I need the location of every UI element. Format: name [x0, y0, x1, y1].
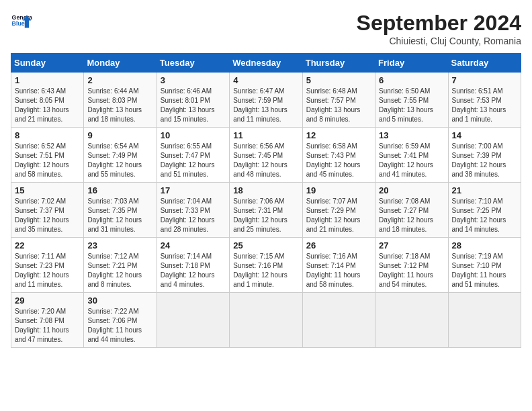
calendar-cell: 6Sunrise: 6:50 AM Sunset: 7:55 PM Daylig… — [375, 73, 448, 128]
calendar-cell: 2Sunrise: 6:44 AM Sunset: 8:03 PM Daylig… — [84, 73, 157, 128]
calendar-cell: 25Sunrise: 7:15 AM Sunset: 7:16 PM Dayli… — [230, 238, 302, 293]
calendar-subtitle: Chiuiesti, Cluj County, Romania — [357, 36, 521, 46]
day-number: 19 — [306, 185, 371, 195]
cell-info: Sunrise: 7:22 AM Sunset: 7:06 PM Dayligh… — [87, 307, 152, 345]
cell-info: Sunrise: 6:51 AM Sunset: 7:53 PM Dayligh… — [452, 87, 517, 124]
cell-info: Sunrise: 6:44 AM Sunset: 8:03 PM Dayligh… — [87, 87, 152, 124]
calendar-cell: 21Sunrise: 7:10 AM Sunset: 7:25 PM Dayli… — [448, 183, 521, 238]
week-row-1: 1Sunrise: 6:43 AM Sunset: 8:05 PM Daylig… — [11, 73, 521, 128]
calendar-cell: 1Sunrise: 6:43 AM Sunset: 8:05 PM Daylig… — [11, 73, 84, 128]
cell-info: Sunrise: 7:07 AM Sunset: 7:29 PM Dayligh… — [306, 197, 371, 234]
calendar-cell: 23Sunrise: 7:12 AM Sunset: 7:21 PM Dayli… — [84, 238, 157, 293]
cell-info: Sunrise: 7:14 AM Sunset: 7:18 PM Dayligh… — [161, 252, 226, 289]
cell-info: Sunrise: 7:08 AM Sunset: 7:27 PM Dayligh… — [379, 197, 444, 234]
day-number: 3 — [161, 75, 226, 85]
cell-info: Sunrise: 7:03 AM Sunset: 7:35 PM Dayligh… — [87, 197, 152, 234]
cell-info: Sunrise: 6:54 AM Sunset: 7:49 PM Dayligh… — [87, 142, 152, 179]
column-header-thursday: Thursday — [302, 54, 375, 73]
calendar-cell: 26Sunrise: 7:16 AM Sunset: 7:14 PM Dayli… — [302, 238, 375, 293]
cell-info: Sunrise: 6:52 AM Sunset: 7:51 PM Dayligh… — [15, 142, 80, 179]
calendar-cell — [375, 293, 448, 348]
column-header-monday: Monday — [84, 54, 157, 73]
column-header-tuesday: Tuesday — [157, 54, 229, 73]
calendar-cell: 12Sunrise: 6:58 AM Sunset: 7:43 PM Dayli… — [302, 128, 375, 183]
cell-info: Sunrise: 7:04 AM Sunset: 7:33 PM Dayligh… — [161, 197, 226, 234]
cell-info: Sunrise: 7:12 AM Sunset: 7:21 PM Dayligh… — [87, 252, 152, 289]
week-row-5: 29Sunrise: 7:20 AM Sunset: 7:08 PM Dayli… — [11, 293, 521, 348]
calendar-cell: 5Sunrise: 6:48 AM Sunset: 7:57 PM Daylig… — [302, 73, 375, 128]
cell-info: Sunrise: 7:02 AM Sunset: 7:37 PM Dayligh… — [15, 197, 80, 234]
calendar-cell: 24Sunrise: 7:14 AM Sunset: 7:18 PM Dayli… — [157, 238, 229, 293]
calendar-cell: 19Sunrise: 7:07 AM Sunset: 7:29 PM Dayli… — [302, 183, 375, 238]
calendar-cell: 7Sunrise: 6:51 AM Sunset: 7:53 PM Daylig… — [448, 73, 521, 128]
day-number: 20 — [379, 185, 444, 195]
day-number: 13 — [379, 130, 444, 140]
day-number: 11 — [233, 130, 298, 140]
calendar-cell: 8Sunrise: 6:52 AM Sunset: 7:51 PM Daylig… — [11, 128, 84, 183]
svg-text:Blue: Blue — [12, 20, 25, 27]
cell-info: Sunrise: 7:11 AM Sunset: 7:23 PM Dayligh… — [15, 252, 80, 289]
calendar-cell: 27Sunrise: 7:18 AM Sunset: 7:12 PM Dayli… — [375, 238, 448, 293]
day-number: 18 — [233, 185, 298, 195]
column-header-friday: Friday — [375, 54, 448, 73]
calendar-cell — [448, 293, 521, 348]
calendar-table: SundayMondayTuesdayWednesdayThursdayFrid… — [11, 53, 521, 348]
cell-info: Sunrise: 6:47 AM Sunset: 7:59 PM Dayligh… — [233, 87, 298, 124]
calendar-cell: 10Sunrise: 6:55 AM Sunset: 7:47 PM Dayli… — [157, 128, 229, 183]
day-number: 28 — [452, 240, 517, 250]
calendar-cell: 29Sunrise: 7:20 AM Sunset: 7:08 PM Dayli… — [11, 293, 84, 348]
calendar-cell: 9Sunrise: 6:54 AM Sunset: 7:49 PM Daylig… — [84, 128, 157, 183]
calendar-cell: 4Sunrise: 6:47 AM Sunset: 7:59 PM Daylig… — [230, 73, 302, 128]
header: General Blue September 2024 Chiuiesti, C… — [11, 11, 521, 46]
day-number: 2 — [87, 75, 152, 85]
column-header-sunday: Sunday — [11, 54, 84, 73]
cell-info: Sunrise: 6:50 AM Sunset: 7:55 PM Dayligh… — [379, 87, 444, 124]
cell-info: Sunrise: 7:19 AM Sunset: 7:10 PM Dayligh… — [452, 252, 517, 289]
cell-info: Sunrise: 6:59 AM Sunset: 7:41 PM Dayligh… — [379, 142, 444, 179]
day-number: 24 — [161, 240, 226, 250]
day-number: 8 — [15, 130, 80, 140]
day-number: 16 — [87, 185, 152, 195]
cell-info: Sunrise: 6:55 AM Sunset: 7:47 PM Dayligh… — [161, 142, 226, 179]
day-number: 21 — [452, 185, 517, 195]
day-number: 17 — [161, 185, 226, 195]
cell-info: Sunrise: 6:43 AM Sunset: 8:05 PM Dayligh… — [15, 87, 80, 124]
day-number: 7 — [452, 75, 517, 85]
day-number: 12 — [306, 130, 371, 140]
cell-info: Sunrise: 7:18 AM Sunset: 7:12 PM Dayligh… — [379, 252, 444, 289]
calendar-cell: 3Sunrise: 6:46 AM Sunset: 8:01 PM Daylig… — [157, 73, 229, 128]
cell-info: Sunrise: 7:06 AM Sunset: 7:31 PM Dayligh… — [233, 197, 298, 234]
day-number: 26 — [306, 240, 371, 250]
calendar-cell: 13Sunrise: 6:59 AM Sunset: 7:41 PM Dayli… — [375, 128, 448, 183]
logo-icon: General Blue — [11, 11, 32, 32]
calendar-cell: 15Sunrise: 7:02 AM Sunset: 7:37 PM Dayli… — [11, 183, 84, 238]
calendar-cell: 18Sunrise: 7:06 AM Sunset: 7:31 PM Dayli… — [230, 183, 302, 238]
cell-info: Sunrise: 7:00 AM Sunset: 7:39 PM Dayligh… — [452, 142, 517, 179]
day-number: 15 — [15, 185, 80, 195]
calendar-cell: 22Sunrise: 7:11 AM Sunset: 7:23 PM Dayli… — [11, 238, 84, 293]
day-number: 10 — [161, 130, 226, 140]
day-number: 4 — [233, 75, 298, 85]
day-number: 30 — [87, 295, 152, 306]
day-number: 14 — [452, 130, 517, 140]
calendar-cell: 20Sunrise: 7:08 AM Sunset: 7:27 PM Dayli… — [375, 183, 448, 238]
week-row-3: 15Sunrise: 7:02 AM Sunset: 7:37 PM Dayli… — [11, 183, 521, 238]
logo: General Blue — [11, 11, 32, 32]
cell-info: Sunrise: 6:56 AM Sunset: 7:45 PM Dayligh… — [233, 142, 298, 179]
header-row: SundayMondayTuesdayWednesdayThursdayFrid… — [11, 54, 521, 73]
cell-info: Sunrise: 6:46 AM Sunset: 8:01 PM Dayligh… — [161, 87, 226, 124]
calendar-cell: 30Sunrise: 7:22 AM Sunset: 7:06 PM Dayli… — [84, 293, 157, 348]
day-number: 29 — [15, 295, 80, 306]
calendar-cell: 11Sunrise: 6:56 AM Sunset: 7:45 PM Dayli… — [230, 128, 302, 183]
cell-info: Sunrise: 7:20 AM Sunset: 7:08 PM Dayligh… — [15, 307, 80, 345]
cell-info: Sunrise: 6:58 AM Sunset: 7:43 PM Dayligh… — [306, 142, 371, 179]
calendar-cell: 14Sunrise: 7:00 AM Sunset: 7:39 PM Dayli… — [448, 128, 521, 183]
calendar-cell: 28Sunrise: 7:19 AM Sunset: 7:10 PM Dayli… — [448, 238, 521, 293]
calendar-title: September 2024 — [357, 11, 521, 36]
calendar-cell — [302, 293, 375, 348]
day-number: 1 — [15, 75, 80, 85]
calendar-cell: 17Sunrise: 7:04 AM Sunset: 7:33 PM Dayli… — [157, 183, 229, 238]
column-header-wednesday: Wednesday — [230, 54, 302, 73]
calendar-cell — [157, 293, 229, 348]
day-number: 22 — [15, 240, 80, 250]
